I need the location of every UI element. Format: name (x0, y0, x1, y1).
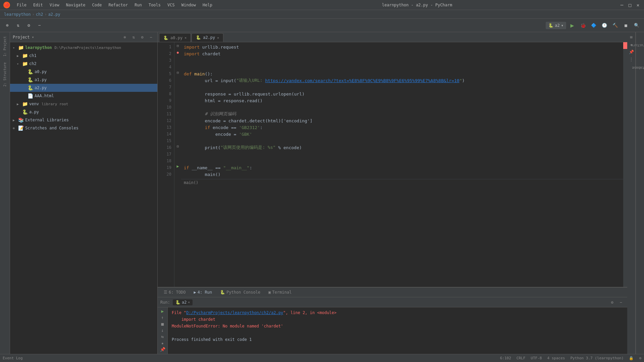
menu-refactor[interactable]: Refactor (106, 2, 130, 8)
locate-button[interactable]: ⊕ (121, 34, 128, 41)
status-settings-icon[interactable]: ⚙ (639, 356, 641, 360)
debug-button[interactable]: 🐞 (578, 21, 588, 30)
run-play-button[interactable]: ▶ (159, 309, 166, 314)
run-panel: ☰ 6: TODO ▶ 4: Run 🐍 Python Console ▣ Te… (158, 287, 627, 354)
sidebar-tab-project[interactable]: 1: Project (2, 34, 8, 59)
run-minimize-button[interactable]: − (617, 299, 625, 306)
fold-icon-1[interactable]: ⊟ (177, 44, 179, 48)
fold-icon-5[interactable]: ⊟ (177, 71, 179, 74)
status-python[interactable]: Python 3.7 (learnpython) (570, 356, 624, 360)
tab-python-console[interactable]: 🐍 Python Console (217, 289, 264, 295)
run-button[interactable]: ▶ (568, 21, 577, 30)
sync-button[interactable]: ⊕ (3, 21, 12, 30)
tab-close-a2py[interactable]: ✕ (217, 36, 219, 40)
run-scroll-up-button[interactable]: ↑ (159, 315, 166, 320)
sidebar-tab-structure[interactable]: 2: Structure (2, 60, 8, 89)
code-gutter: ⊟ ● ⊟ ⊟ ▶ (174, 42, 181, 287)
run-settings-button[interactable]: ⚙ (608, 299, 616, 306)
sort-button[interactable]: ⇅ (13, 21, 23, 30)
options-button[interactable]: ⚙ (139, 34, 146, 41)
minimize-panel-button[interactable]: − (147, 34, 155, 41)
code-line-8: response = urllib.request.urlopen(url) (181, 90, 623, 97)
run-favorites-button[interactable]: ★ (159, 341, 166, 346)
bottom-tabs: ☰ 6: TODO ▶ 4: Run 🐍 Python Console ▣ Te… (158, 287, 627, 297)
menu-code[interactable]: Code (90, 2, 105, 8)
tab-close-a0py[interactable]: ✕ (184, 36, 186, 40)
tree-item-a1py[interactable]: ▶ 🐍 a1.py (10, 76, 157, 84)
menu-vcs[interactable]: VCS (165, 2, 177, 8)
run-wrap-button[interactable]: ⇆ (159, 334, 166, 339)
run-config-name: a2 (555, 23, 559, 28)
stop-button[interactable]: ■ (621, 21, 631, 30)
status-indent[interactable]: 4 spaces (547, 356, 565, 360)
menu-file[interactable]: File (14, 2, 29, 8)
right-error-gutter (623, 42, 627, 287)
menu-help[interactable]: Help (200, 2, 215, 8)
window-controls: ─ □ ✕ (619, 2, 641, 8)
search-button[interactable]: 🔍 (632, 21, 641, 30)
status-line-ending[interactable]: CRLF (517, 356, 526, 360)
run-panel-tab[interactable]: 🐍 a2 ✕ (173, 299, 193, 305)
run-stop-button[interactable]: ■ (159, 321, 166, 326)
editor-breadcrumb: main() (181, 179, 623, 186)
menu-navigate[interactable]: Navigate (63, 2, 88, 8)
right-tab-structure[interactable]: Structure (628, 42, 644, 49)
run-tab-close-button[interactable]: ✕ (188, 300, 190, 304)
settings-button[interactable]: ⚙ (24, 21, 34, 30)
tree-item-external-libraries[interactable]: ▶ 📚 External Libraries (10, 116, 157, 124)
breadcrumb-root[interactable]: learnpython (4, 12, 31, 17)
profile-button[interactable]: 🕐 (600, 21, 609, 30)
close-button[interactable]: ✕ (635, 2, 641, 8)
breadcrumb-ch2[interactable]: ch2 (36, 12, 43, 17)
tree-item-venv[interactable]: ▶ 📁 venv library root (10, 100, 157, 108)
menu-edit[interactable]: Edit (31, 2, 46, 8)
favorites-pin-button[interactable]: 📌 (628, 48, 635, 56)
run-icon-19[interactable]: ▶ (176, 164, 179, 169)
tree-item-a0py[interactable]: ▶ 🐍 a0.py (10, 68, 157, 76)
menu-view[interactable]: View (47, 2, 62, 8)
status-event-log[interactable]: Event Log (3, 356, 23, 360)
error-marker (623, 42, 627, 49)
status-position[interactable]: 6:102 (500, 356, 511, 360)
tab-run[interactable]: ▶ 4: Run (191, 289, 216, 295)
run-output-line-3: ModuleNotFoundError: No module named 'ch… (172, 323, 623, 329)
favorites-grid-button[interactable]: ⊞ (628, 34, 635, 41)
menu-bar: File Edit View Navigate Code Refactor Ru… (14, 2, 215, 8)
tree-item-aaahtml[interactable]: ▶ 📄 AAA.html (10, 92, 157, 100)
menu-run[interactable]: Run (132, 2, 145, 8)
tree-item-learnpython[interactable]: ▾ 📁 learnpython D:\PycharmProjects\learn… (10, 44, 157, 52)
breadcrumb: learnpython › ch2 › a2.py (0, 10, 644, 19)
tab-a2py[interactable]: 🐍 a2.py ✕ (192, 33, 223, 42)
code-line-7 (181, 84, 623, 90)
tree-item-a2py[interactable]: ▶ 🐍 a2.py (10, 84, 157, 92)
file-link[interactable]: D:/PycharmProjects/learnpython/ch2/a2.py (186, 310, 283, 315)
code-content[interactable]: import urllib.request import chardet def… (181, 42, 623, 287)
collapse-button[interactable]: − (35, 21, 44, 30)
tree-item-scratches[interactable]: ⊛ 📝 Scratches and Consoles (10, 124, 157, 132)
tab-terminal[interactable]: ▣ Terminal (265, 289, 295, 295)
main-toolbar: ⊕ ⇅ ⚙ − 🐍 a2 ▾ ▶ 🐞 🔷 🕐 🔨 ■ 🔍 (0, 19, 644, 32)
breadcrumb-file[interactable]: a2.py (48, 12, 60, 17)
run-pin-button[interactable]: 📌 (159, 347, 166, 352)
code-line-2: import chardet (181, 50, 623, 57)
tree-item-ch2[interactable]: ▾ 📁 ch2 (10, 60, 157, 68)
run-config-selector[interactable]: 🐍 a2 ▾ (546, 22, 566, 29)
tab-a0py[interactable]: 🐍 a0.py ✕ (159, 33, 191, 42)
maximize-button[interactable]: □ (627, 2, 633, 8)
code-line-3 (181, 57, 623, 64)
tab-todo[interactable]: ☰ 6: TODO (160, 289, 189, 295)
python-console-icon: 🐍 (220, 290, 225, 295)
right-tab-database[interactable]: Database (629, 65, 644, 71)
build-button[interactable]: 🔨 (610, 21, 620, 30)
menu-window[interactable]: Window (179, 2, 199, 8)
status-encoding[interactable]: UTF-8 (531, 356, 542, 360)
coverage-button[interactable]: 🔷 (589, 21, 598, 30)
menu-tools[interactable]: Tools (146, 2, 163, 8)
tree-item-ch1[interactable]: ▶ 📁 ch1 (10, 52, 157, 60)
expand-button[interactable]: ⇅ (130, 34, 137, 41)
run-scroll-down-button[interactable]: ↓ (159, 328, 166, 333)
minimize-button[interactable]: ─ (619, 2, 625, 8)
favorites-more-button[interactable]: ⋮ (628, 56, 635, 63)
tree-item-apy[interactable]: ▶ 🐍 a.py (10, 108, 157, 116)
fold-icon-16[interactable]: ⊟ (177, 144, 179, 148)
